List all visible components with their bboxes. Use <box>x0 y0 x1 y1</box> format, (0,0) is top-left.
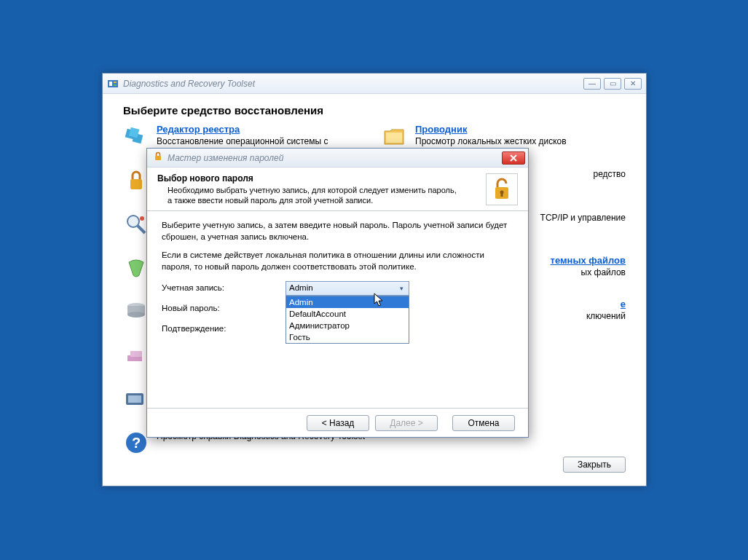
svg-rect-1 <box>109 82 112 86</box>
account-dropdown: Admin DefaultAccount Администратор Гость <box>286 296 409 344</box>
svg-rect-7 <box>386 133 402 143</box>
disk-commander-icon <box>123 211 149 237</box>
account-combobox[interactable]: Admin ▾ <box>286 281 409 296</box>
back-button[interactable]: < Назад <box>307 415 369 431</box>
main-title: Diagnostics and Recovery Toolset <box>123 79 583 89</box>
tool-desc: Восстановление операционной системы с <box>157 136 367 146</box>
label-account: Учетная запись: <box>162 283 286 294</box>
label-confirm: Подтверждение: <box>162 323 286 335</box>
tool-link[interactable]: Редактор реестра <box>157 124 240 135</box>
svg-text:?: ? <box>132 435 141 451</box>
account-option[interactable]: DefaultAccount <box>286 308 409 320</box>
lock-icon <box>153 151 163 164</box>
help-icon: ? <box>123 430 149 456</box>
svg-rect-2 <box>114 82 117 83</box>
main-titlebar[interactable]: Diagnostics and Recovery Toolset — ▭ ✕ <box>103 74 646 94</box>
disk-wipe-icon <box>123 255 149 281</box>
label-new-password: Новый пароль: <box>162 303 286 315</box>
cancel-button[interactable]: Отмена <box>452 415 515 431</box>
wizard-close-button[interactable] <box>502 151 525 165</box>
account-option[interactable]: Гость <box>286 331 409 343</box>
locksmith-icon <box>123 167 149 194</box>
password-wizard-dialog: Мастер изменения паролей Выбор нового па… <box>146 148 529 438</box>
svg-rect-8 <box>130 179 142 189</box>
page-heading: Выберите средство восстановления <box>123 104 626 117</box>
maximize-button[interactable]: ▭ <box>604 78 621 90</box>
wizard-footer: < Назад Далее > Отмена <box>147 408 528 437</box>
account-selected-value: Admin <box>289 283 313 294</box>
wizard-paragraph-2: Если в системе действует локальная полит… <box>162 250 513 272</box>
wizard-titlebar[interactable]: Мастер изменения паролей <box>147 149 528 167</box>
chevron-down-icon: ▾ <box>395 283 407 294</box>
main-close-button[interactable]: Закрыть <box>563 457 626 473</box>
registry-icon <box>123 124 149 150</box>
computer-mgmt-icon <box>123 386 149 412</box>
svg-point-14 <box>127 312 145 318</box>
wizard-paragraph-1: Выберите учетную запись, а затем введите… <box>162 220 513 242</box>
explorer-icon <box>382 124 408 150</box>
disk-manager-icon <box>123 299 149 325</box>
wizard-title: Мастер изменения паролей <box>168 153 497 163</box>
account-option[interactable]: Администратор <box>286 320 409 331</box>
next-button: Далее > <box>375 415 438 431</box>
wizard-header: Выбор нового пароля Необходимо выбрать у… <box>147 167 528 211</box>
svg-rect-21 <box>155 156 161 160</box>
minimize-button[interactable]: — <box>583 78 601 90</box>
svg-rect-24 <box>501 193 503 197</box>
close-window-button[interactable]: ✕ <box>624 78 642 90</box>
wizard-header-icon <box>486 173 518 205</box>
app-icon <box>107 78 119 90</box>
svg-rect-18 <box>128 395 141 403</box>
svg-line-10 <box>138 226 145 233</box>
wizard-body: Выберите учетную запись, а затем введите… <box>147 211 528 338</box>
solution-wizard-icon <box>123 342 149 368</box>
svg-rect-16 <box>130 351 142 357</box>
svg-point-11 <box>140 216 144 221</box>
tool-link[interactable]: Проводник <box>415 124 467 135</box>
svg-rect-3 <box>114 84 117 86</box>
wizard-header-title: Выбор нового пароля <box>157 173 486 184</box>
tool-desc: Просмотр локальных жестких дисков <box>415 136 626 146</box>
svg-point-9 <box>127 216 139 227</box>
wizard-header-desc: Необходимо выбрать учетную запись, для к… <box>168 185 459 206</box>
account-option[interactable]: Admin <box>286 296 409 308</box>
